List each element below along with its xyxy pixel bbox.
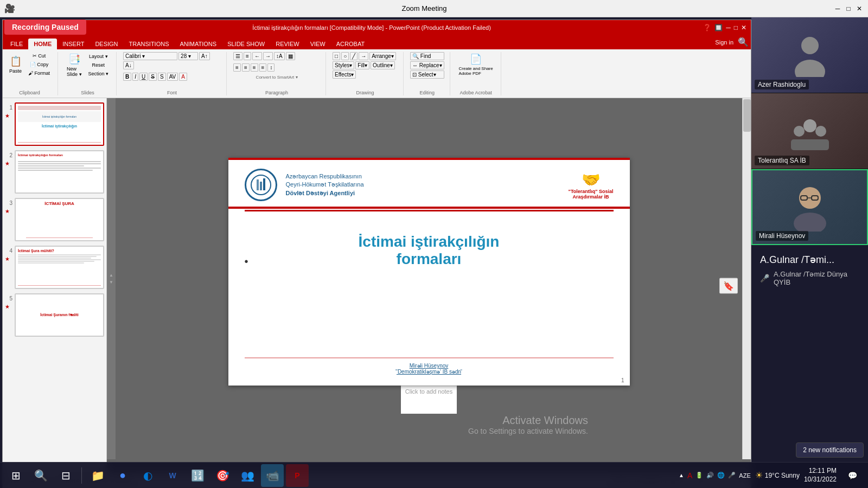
presenter-name-link[interactable]: Mirəli Hüseynov xyxy=(410,363,449,369)
shape-line[interactable]: ╱ xyxy=(350,52,358,60)
slide-thumb-img-2[interactable]: İctimai iştirakçılığın formaları xyxy=(15,150,104,194)
increase-indent-btn[interactable]: → xyxy=(263,52,273,60)
shape-effects-btn[interactable]: Effects▾ xyxy=(333,70,356,79)
bookmark-btn[interactable]: 🔖 xyxy=(719,278,738,294)
create-share-pdf-btn[interactable]: 📄 Create and ShareAdobe PDF xyxy=(457,52,495,77)
network-icon[interactable]: 🌐 xyxy=(717,472,725,479)
text-direction-btn[interactable]: ↕A xyxy=(274,52,285,60)
tab-acrobat[interactable]: ACROBAT xyxy=(331,38,370,49)
tab-slideshow[interactable]: SLIDE SHOW xyxy=(222,38,270,49)
quick-styles-btn[interactable]: Styles▾ xyxy=(333,61,354,69)
slide-vertical-scrollbar[interactable] xyxy=(742,98,751,459)
cut-button[interactable]: ✂ Cut xyxy=(26,52,52,60)
ppt-restore-btn[interactable]: □ xyxy=(734,24,738,31)
shape-outline-btn[interactable]: Outline▾ xyxy=(371,61,395,69)
maximize-button[interactable]: □ xyxy=(844,4,853,13)
select-button[interactable]: ⊡ Select▾ xyxy=(410,70,444,79)
char-spacing-button[interactable]: AV xyxy=(167,73,178,81)
tab-file[interactable]: FILE xyxy=(5,38,28,49)
columns-btn[interactable]: ▦ xyxy=(286,52,295,60)
close-button[interactable]: ✕ xyxy=(855,4,864,13)
battery-icon[interactable]: 🔋 xyxy=(695,472,703,479)
slide-thumb-5[interactable]: 5 ★ İctimai Şuranın fəaliti xyxy=(5,293,104,337)
layout-button[interactable]: Layout ▾ xyxy=(86,53,111,60)
taskbar-teams[interactable]: 👥 xyxy=(236,464,259,487)
justify-btn[interactable]: ≡ xyxy=(259,63,267,72)
shadow-button[interactable]: S xyxy=(158,73,166,81)
notes-area[interactable]: Click to add notes xyxy=(401,386,457,414)
copy-button[interactable]: 📄 Copy xyxy=(26,61,52,68)
slide-thumb-img-5[interactable]: İctimai Şuranın fəaliti xyxy=(15,293,104,337)
search-button[interactable]: 🔍 xyxy=(29,464,52,487)
paste-button[interactable]: 📋 Paste xyxy=(7,54,24,75)
notification-center-btn[interactable]: 💬 xyxy=(841,464,864,487)
tab-design[interactable]: DESIGN xyxy=(90,38,123,49)
antivirus-icon[interactable]: A xyxy=(687,471,692,480)
weather-widget[interactable]: ☀ 19°C Sunny xyxy=(755,470,800,480)
new-slide-button[interactable]: 📑 NewSlide ▾ xyxy=(65,52,84,78)
tab-review[interactable]: REVIEW xyxy=(270,38,304,49)
ppt-window-controls[interactable]: ❓ 🔲 ─ □ ✕ xyxy=(703,24,746,31)
slide-thumb-img-1[interactable]: İctimai iştirakçılığın formaları İctimai… xyxy=(15,102,104,146)
tab-animations[interactable]: ANIMATIONS xyxy=(175,38,222,49)
task-view-button[interactable]: ⊟ xyxy=(54,464,77,487)
slide-thumb-4[interactable]: 4 ★ İctimai Şura mühiti? xyxy=(5,246,104,289)
shape-fill-btn[interactable]: Fill▾ xyxy=(355,61,369,69)
line-spacing-btn[interactable]: ↕ xyxy=(267,63,275,72)
scrollbar-thumb[interactable] xyxy=(743,99,751,132)
clock[interactable]: 12:11 PM 10/31/2022 xyxy=(804,467,837,484)
taskbar-word[interactable]: W xyxy=(161,464,184,487)
tab-transitions[interactable]: TRANSITIONS xyxy=(124,38,175,49)
slide-thumb-img-3[interactable]: İCTİMAİ ŞURA xyxy=(15,198,104,241)
underline-button[interactable]: U xyxy=(139,73,148,81)
strikethrough-button[interactable]: S xyxy=(149,73,157,81)
numbered-list-btn[interactable]: ≡ xyxy=(244,52,251,60)
format-painter-button[interactable]: 🖌 Format xyxy=(26,69,52,77)
tab-view[interactable]: VIEW xyxy=(305,38,331,49)
taskbar-edge[interactable]: ◐ xyxy=(136,464,159,487)
notification-bubble[interactable]: 2 new notifications xyxy=(796,442,864,458)
taskbar-file-explorer[interactable]: 📁 xyxy=(86,464,109,487)
taskbar-mic-icon[interactable]: 🎤 xyxy=(728,472,736,479)
up-arrow-icon[interactable]: ▲ xyxy=(679,472,684,478)
taskbar-powerpoint[interactable]: P xyxy=(286,464,309,487)
ppt-minimize-btn[interactable]: ─ xyxy=(726,24,731,31)
tab-insert[interactable]: INSERT xyxy=(57,38,90,49)
arrange-btn[interactable]: Arrange▾ xyxy=(369,52,396,60)
minimize-button[interactable]: ─ xyxy=(833,4,842,13)
taskbar-zoom[interactable]: 📹 xyxy=(261,464,284,487)
taskbar-calculator[interactable]: 🔢 xyxy=(186,464,209,487)
ribbon-search-icon[interactable]: 🔍 xyxy=(738,37,749,47)
convert-to-smartart-btn[interactable]: Convert to SmartArt ▾ xyxy=(256,75,298,80)
align-right-btn[interactable]: ≡ xyxy=(251,63,258,72)
find-button[interactable]: 🔍 Find xyxy=(410,52,444,60)
align-left-btn[interactable]: ≡ xyxy=(233,63,241,72)
font-decrease-btn[interactable]: A↓ xyxy=(123,61,134,69)
ppt-help-icon[interactable]: ❓ xyxy=(703,24,711,31)
speakers-icon[interactable]: 🔊 xyxy=(706,472,714,479)
italic-button[interactable]: I xyxy=(132,73,138,81)
font-color-btn[interactable]: A xyxy=(179,73,187,81)
ime-icon[interactable]: AZE xyxy=(739,472,750,479)
window-controls[interactable]: ─ □ ✕ xyxy=(833,4,864,13)
shape-circle[interactable]: ○ xyxy=(341,52,349,60)
slide-thumb-3[interactable]: 3 ★ İCTİMAİ ŞURA xyxy=(5,198,104,241)
bullet-list-btn[interactable]: ☰ xyxy=(233,52,242,60)
taskbar-3d-viewer[interactable]: 🎯 xyxy=(211,464,234,487)
slide-thumb-img-4[interactable]: İctimai Şura mühiti? xyxy=(15,246,104,289)
font-size-dropdown[interactable]: 28 ▾ xyxy=(178,52,198,60)
start-button[interactable]: ⊞ xyxy=(4,464,27,487)
bold-button[interactable]: B xyxy=(123,73,131,81)
shape-rectangle[interactable]: □ xyxy=(333,52,340,60)
align-center-btn[interactable]: ≡ xyxy=(242,63,250,72)
section-button[interactable]: Section ▾ xyxy=(86,70,111,78)
replace-button[interactable]: ↔ Replace▾ xyxy=(410,61,444,69)
shape-arrow[interactable]: → xyxy=(359,52,368,60)
slide-canvas[interactable]: Azərbaycan Respublikasının Qeyri-Hökumət… xyxy=(228,158,630,386)
taskbar-chrome[interactable]: ● xyxy=(111,464,134,487)
presenter-org-link[interactable]: 'Demokratikləşmə' İB sədri xyxy=(397,369,461,375)
font-increase-btn[interactable]: A↑ xyxy=(199,52,210,60)
slide-title[interactable]: İctimai iştirakçılığın formaları xyxy=(228,211,630,279)
sign-in-btn[interactable]: Sign in xyxy=(715,39,733,46)
slide-thumb-2[interactable]: 2 ★ İctimai iştirakçılığın formaları xyxy=(5,150,104,194)
